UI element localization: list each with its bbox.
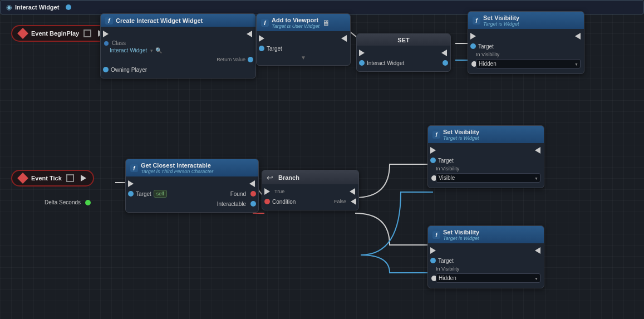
add-viewport-title: Add to Viewport <box>272 17 319 23</box>
get-closest-subtitle: Target is Third Person Character <box>141 169 213 174</box>
target-row: Target <box>428 155 544 165</box>
set-vis-3-header: f Set Visibility Target is Widget <box>428 226 544 243</box>
set-vis-2-header: f Set Visibility Target is Widget <box>428 126 544 143</box>
create-widget-title: Create Interact Widget Widget <box>116 17 203 24</box>
interactable-label: Interactable <box>217 201 246 207</box>
get-closest-body: Target self Found Interactable <box>126 176 258 212</box>
set-body: Interact Widget <box>357 46 450 71</box>
false-label: False <box>334 199 346 204</box>
event-diamond-icon <box>17 28 28 39</box>
target-label: Target <box>136 191 151 197</box>
condition-label: Condition <box>272 199 296 205</box>
exec-out-pin <box>81 175 86 181</box>
target-pin <box>128 191 134 197</box>
in-visibility-label: In Visibility <box>436 266 544 272</box>
target-label: Target <box>267 46 282 52</box>
class-row: Class <box>101 39 255 47</box>
target-label: Target <box>438 158 454 164</box>
interact-widget-label: Interact Widget <box>367 60 404 66</box>
owning-player-row: Owning Player <box>101 65 255 75</box>
exec-out-pin <box>535 247 540 254</box>
class-value-row: Interact Widget ▾ 🔍 <box>101 47 255 55</box>
set-visibility-3-node: f Set Visibility Target is Widget Target… <box>427 225 544 288</box>
interact-widget-icon: ◉ <box>6 3 12 11</box>
visibility-dropdown-3[interactable]: Hidden Visible HitTestInvisible <box>436 273 540 283</box>
get-closest-header: f Get Closest Interactable Target is Thi… <box>126 159 258 176</box>
set-title: SET <box>397 37 409 43</box>
set-vis-2-subtitle: Target is Widget <box>443 135 479 141</box>
interact-widget-out-pin <box>443 60 448 66</box>
owning-player-pin <box>103 67 109 72</box>
interact-widget-in-pin <box>359 60 365 66</box>
branch-header: ↩ Branch <box>262 170 358 184</box>
exec-in-pin <box>103 31 109 37</box>
target-row: Target self Found <box>126 189 258 199</box>
event-diamond-icon <box>17 173 28 184</box>
visibility-dropdown-wrap: Hidden Visible HitTestInvisible <box>436 273 540 283</box>
f-icon: f <box>261 19 269 27</box>
visibility-dropdown-1[interactable]: Hidden Visible HitTestInvisible <box>476 59 581 68</box>
return-value-label: Return Value <box>217 57 245 62</box>
condition-pin <box>264 199 270 204</box>
target-row: Target <box>428 256 544 266</box>
branch-node: ↩ Branch True Condition False <box>262 170 359 210</box>
create-widget-node: f Create Interact Widget Widget Class In… <box>100 13 256 78</box>
exec-row <box>126 179 258 189</box>
class-circle-icon <box>104 41 109 46</box>
event-tick-label: Event Tick <box>31 175 62 181</box>
interact-widget-var-pin <box>66 4 71 10</box>
target-pin <box>430 258 436 263</box>
set-vis-3-title: Set Visibility <box>443 229 479 235</box>
monitor-icon: 🖥 <box>322 18 330 27</box>
event-begin-play-label: Event BeginPlay <box>31 30 79 37</box>
set-visibility-2-node: f Set Visibility Target is Widget Target… <box>427 125 544 188</box>
target-label: Target <box>478 43 494 50</box>
exec-out-pin <box>535 147 540 154</box>
set-vis-3-subtitle: Target is Widget <box>443 235 479 241</box>
collapse-arrow[interactable]: ▼ <box>257 53 350 62</box>
add-viewport-header: f Add to Viewport Target is User Widget … <box>257 14 350 31</box>
visibility-dropdown-2[interactable]: Visible Hidden HitTestInvisible <box>436 173 540 183</box>
visibility-dropdown-wrap: Hidden Visible HitTestInvisible <box>476 59 581 68</box>
set-visibility-1-node: f Set Visibility Target is Widget Target… <box>468 11 584 74</box>
found-pin <box>250 191 256 197</box>
exec-row: True <box>262 187 358 197</box>
get-closest-node: f Get Closest Interactable Target is Thi… <box>125 159 259 213</box>
event-begin-play-node: Event BeginPlay <box>11 25 111 42</box>
search-icon[interactable]: 🔍 <box>155 47 162 53</box>
interact-widget-row: Interact Widget <box>357 58 450 68</box>
interactable-row: Interactable <box>126 199 258 209</box>
in-visibility-label: In Visibility <box>476 52 584 57</box>
exec-in-pin <box>470 33 476 40</box>
set-vis-1-subtitle: Target is Widget <box>483 21 519 27</box>
event-box-icon <box>66 174 74 182</box>
branch-icon: ↩ <box>267 173 273 182</box>
add-to-viewport-node: f Add to Viewport Target is User Widget … <box>256 13 351 66</box>
exec-out-pin <box>575 33 581 40</box>
exec-row <box>428 246 544 256</box>
exec-row <box>468 31 584 41</box>
set-vis-2-body: Target In Visibility Visible Hidden HitT… <box>428 143 544 188</box>
exec-out-pin <box>247 31 252 37</box>
f-icon: f <box>432 131 440 139</box>
branch-title: Branch <box>278 174 299 181</box>
return-value-pin <box>248 57 253 62</box>
delta-seconds-row: Delta Seconds <box>45 199 93 205</box>
exec-out-pin <box>441 50 447 56</box>
self-badge: self <box>154 190 167 198</box>
exec-in-pin <box>430 247 436 254</box>
event-box-icon <box>83 30 91 37</box>
exec-in-pin <box>264 188 270 195</box>
branch-body: True Condition False <box>262 184 358 210</box>
create-widget-body: Class Interact Widget ▾ 🔍 Return Value O… <box>101 27 255 78</box>
set-header: SET <box>357 34 450 46</box>
set-vis-1-body: Target In Visibility Hidden Visible HitT… <box>468 29 584 73</box>
f-icon: f <box>473 17 480 24</box>
true-out-pin <box>350 188 355 195</box>
exec-out-pin <box>249 180 255 187</box>
interactable-pin <box>250 201 256 207</box>
exec-in-pin <box>259 35 264 42</box>
add-viewport-body: Target ▼ <box>257 31 350 65</box>
class-value: Interact Widget <box>110 47 147 53</box>
f-icon: f <box>432 231 440 239</box>
